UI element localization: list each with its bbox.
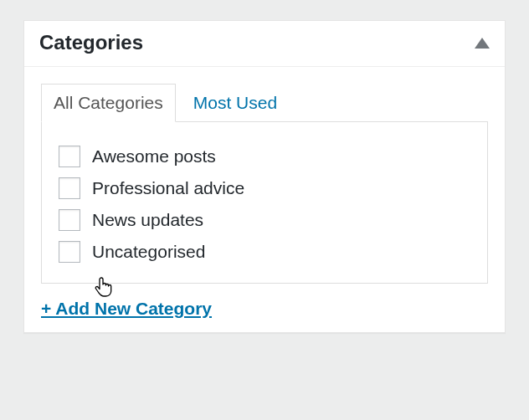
metabox-body: All Categories Most Used Awesome posts P…: [24, 67, 505, 332]
tab-most-used[interactable]: Most Used: [181, 84, 290, 122]
category-checkbox[interactable]: [59, 177, 80, 199]
category-item: Professional advice: [59, 177, 470, 199]
category-label[interactable]: News updates: [92, 210, 203, 230]
category-item: Uncategorised: [59, 241, 470, 263]
panel-title: Categories: [39, 31, 143, 54]
category-checkbox[interactable]: [59, 146, 80, 167]
category-list: Awesome posts Professional advice News u…: [59, 146, 470, 263]
category-tabs: All Categories Most Used: [41, 84, 488, 122]
add-new-category-link[interactable]: + Add New Category: [41, 299, 212, 319]
category-checkbox[interactable]: [59, 241, 80, 263]
tab-panel-all: Awesome posts Professional advice News u…: [41, 121, 488, 284]
category-item: News updates: [59, 209, 470, 231]
collapse-arrow-icon: [475, 38, 490, 49]
category-label[interactable]: Awesome posts: [92, 146, 216, 166]
category-label[interactable]: Uncategorised: [92, 242, 205, 262]
category-label[interactable]: Professional advice: [92, 178, 244, 198]
tab-all-categories[interactable]: All Categories: [41, 84, 176, 122]
category-item: Awesome posts: [59, 146, 470, 167]
categories-metabox: Categories All Categories Most Used Awes…: [23, 20, 506, 333]
category-checkbox[interactable]: [59, 209, 80, 231]
metabox-toggle[interactable]: Categories: [24, 21, 505, 67]
